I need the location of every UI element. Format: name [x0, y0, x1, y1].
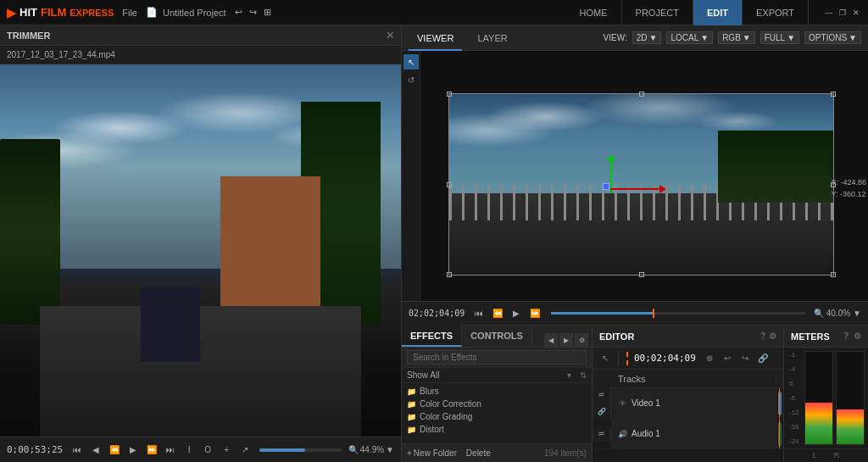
editor-redo-button[interactable]: ↪	[737, 351, 753, 366]
transport-step-back-button[interactable]: ⏪	[107, 443, 122, 458]
top-bar: ▶ HIT FILM EXPRESS File 📄 Untitled Proje…	[0, 0, 868, 25]
effects-search-input[interactable]	[407, 350, 587, 365]
nav-edit[interactable]: EDIT	[693, 0, 743, 25]
redo-button[interactable]: ↪	[249, 7, 257, 18]
project-name[interactable]: Untitled Project	[163, 8, 226, 18]
trimmer-controls: 0;00;53;25 ⏮ ◀ ⏪ ▶ ⏩ ⏭ I O + ↗ 🔍 44.9% ▼	[0, 437, 401, 462]
viewer-step-forward-button[interactable]: ⏩	[527, 306, 542, 321]
view-mode-dropdown[interactable]: 2D ▼	[632, 31, 662, 44]
meter-bars	[804, 351, 865, 445]
scene-tree-left	[0, 139, 60, 326]
video-track-row: ⇌ 🔗 👁 Video 1 2017_12_03_17_23_44.mp4 ∞	[593, 388, 783, 419]
v-scene-trees	[718, 131, 833, 203]
select-tool-button[interactable]: ↖	[403, 54, 419, 70]
undo-redo: ↩ ↪ ⊞	[235, 7, 271, 18]
video-track-tool-button[interactable]: ⇌	[594, 387, 609, 403]
local-dropdown[interactable]: LOCAL ▼	[666, 31, 713, 44]
rotate-tool-button[interactable]: ↺	[403, 72, 419, 87]
folder-icon: 📁	[407, 400, 416, 409]
video-timeline-content[interactable]: 2017_12_03_17_23_44.mp4 ∞	[776, 388, 783, 418]
full-dropdown[interactable]: FULL ▼	[760, 31, 799, 44]
meters-settings-button[interactable]: ?	[843, 331, 849, 341]
audio-track-side-controls: ⇌	[593, 426, 611, 442]
video-track-side-controls: ⇌ 🔗	[593, 387, 611, 420]
delete-button[interactable]: Delete	[466, 448, 491, 458]
tab-viewer[interactable]: VIEWER	[409, 25, 462, 51]
audio-track-tool-button[interactable]: ⇌	[594, 426, 609, 442]
scale-label-top: -1	[789, 351, 799, 359]
undo-button[interactable]: ↩	[235, 7, 242, 18]
transport-insert-button[interactable]: ↗	[237, 443, 253, 458]
editor-settings-button[interactable]: ⚙	[769, 331, 776, 341]
nav-export[interactable]: EXPORT	[743, 0, 809, 25]
grid-button[interactable]: ⊞	[264, 7, 271, 18]
transport-step-forward-button[interactable]: ⏩	[144, 443, 159, 458]
local-chevron: ▼	[700, 33, 709, 42]
effects-nav-left[interactable]: ◀	[544, 333, 558, 347]
editor-select-button[interactable]: ↖	[598, 351, 613, 366]
transport-append-button[interactable]: +	[219, 443, 234, 458]
trimmer-preview	[0, 64, 401, 437]
scene-car	[141, 287, 201, 362]
rgb-dropdown[interactable]: RGB ▼	[718, 31, 755, 44]
viewer-side-tools: ↖ ↺	[402, 51, 420, 301]
editor-undo-button[interactable]: ↩	[720, 351, 735, 366]
transport-mark-out-button[interactable]: O	[200, 443, 215, 458]
folder-icon: 📁	[407, 426, 416, 434]
transport-to-end-button[interactable]: ⏭	[163, 443, 178, 458]
tab-layer[interactable]: LAYER	[469, 25, 515, 51]
viewer-zoom-chevron[interactable]: ▼	[853, 309, 861, 318]
effects-sort-icon[interactable]: ⇅	[580, 370, 587, 380]
restore-button[interactable]: ❐	[837, 8, 848, 18]
transport-play-button[interactable]: ▶	[125, 443, 141, 458]
editor-link-button[interactable]: 🔗	[755, 351, 771, 366]
meter-label-l: L	[813, 451, 817, 460]
viewer-to-start-button[interactable]: ⏮	[471, 306, 487, 321]
video-track-link-button[interactable]: 🔗	[594, 404, 609, 420]
effects-search-bar	[402, 348, 592, 368]
tab-effects[interactable]: EFFECTS	[402, 325, 462, 347]
meters-title: METERS	[791, 331, 830, 342]
effects-item-color-correction[interactable]: 📁 Color Correction	[402, 398, 592, 410]
viewer-progress-bar[interactable]	[551, 312, 805, 314]
viewer-step-back-button[interactable]: ⏪	[490, 306, 505, 321]
video-track-visible-button[interactable]: 👁	[616, 398, 628, 409]
scale-label-bot: -24	[789, 437, 799, 445]
nav-project[interactable]: PROJECT	[622, 0, 693, 25]
options-dropdown[interactable]: OPTIONS ▼	[804, 31, 861, 44]
new-folder-button[interactable]: + New Folder	[407, 448, 457, 458]
timeline-playhead[interactable]	[779, 388, 780, 418]
transport-prev-button[interactable]: ◀	[88, 443, 103, 458]
viewer-controls-right: VIEW: 2D ▼ LOCAL ▼ RGB ▼ FULL ▼	[604, 31, 861, 44]
effects-nav-right[interactable]: ▶	[559, 333, 573, 347]
editor-playhead-indicator	[626, 352, 628, 365]
effects-panel: EFFECTS CONTROLS ◀ ▶ ⚙ Show All ▼ ⇅	[402, 326, 593, 462]
nav-home[interactable]: HOME	[566, 0, 622, 25]
folder-icon: 📁	[407, 413, 416, 421]
transport-to-start-button[interactable]: ⏮	[70, 443, 85, 458]
tab-controls[interactable]: CONTROLS	[462, 325, 532, 347]
trimmer-close-button[interactable]: ✕	[386, 30, 394, 42]
effects-settings-button[interactable]: ⚙	[575, 333, 588, 347]
effects-item-blurs[interactable]: 📁 Blurs	[402, 385, 592, 398]
viewer-zoom: 🔍 40.0% ▼	[814, 309, 861, 318]
options-chevron: ▼	[849, 33, 857, 42]
effects-item-color-grading[interactable]: 📁 Color Grading	[402, 410, 592, 423]
zoom-dropdown-icon[interactable]: ▼	[386, 445, 394, 454]
close-button[interactable]: ✕	[851, 8, 861, 18]
audio-timeline-content[interactable]: 2017_12_03_17_23_44.mp4 ∞	[776, 419, 783, 448]
editor-add-button[interactable]: ⊕	[702, 351, 717, 366]
scale-label-5: -12	[789, 409, 799, 416]
meters-options-button[interactable]: ⚙	[854, 331, 861, 341]
audio-track-mute-button[interactable]: 🔊	[616, 428, 628, 440]
viewer-play-button[interactable]: ▶	[509, 306, 524, 321]
trimmer-progress-bar[interactable]	[259, 448, 342, 452]
menu-file[interactable]: File	[122, 8, 137, 18]
minimize-button[interactable]: —	[824, 8, 834, 18]
transport-mark-in-button[interactable]: I	[181, 443, 197, 458]
effects-item-distort[interactable]: 📁 Distort	[402, 423, 592, 436]
editor-help-button[interactable]: ?	[760, 331, 765, 341]
right-panel: VIEWER LAYER VIEW: 2D ▼ LOCAL ▼ RGB ▼ FU…	[402, 25, 868, 462]
audio-track-row: ⇌ 🔊 Audio 1 2017_12_03_17_23_44.mp4 ∞	[593, 419, 783, 449]
scale-label-2: -4	[789, 365, 799, 373]
